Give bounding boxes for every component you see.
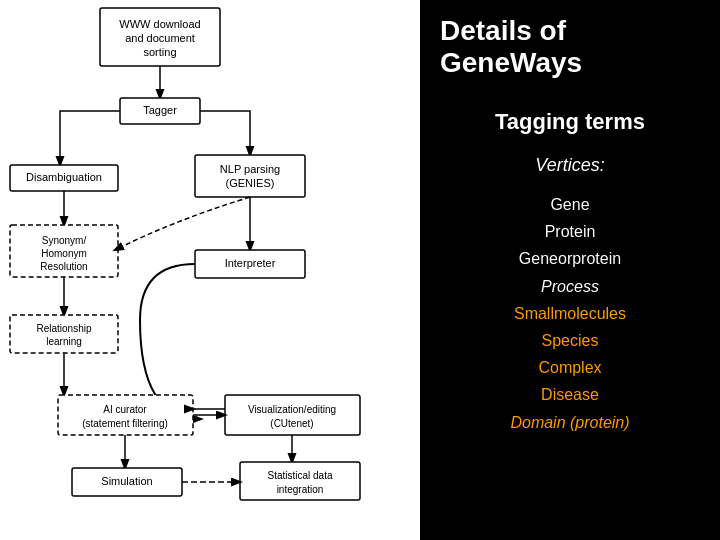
svg-text:Relationship: Relationship (36, 323, 91, 334)
vertices-list: Gene Protein Geneorprotein Process Small… (440, 191, 700, 436)
vertex-complex: Complex (440, 354, 700, 381)
svg-text:Resolution: Resolution (40, 261, 87, 272)
info-panel: Details of GeneWays Tagging terms Vertic… (420, 0, 720, 540)
vertex-process: Process (440, 273, 700, 300)
svg-text:learning: learning (46, 336, 82, 347)
svg-rect-24 (58, 395, 193, 435)
vertices-label: Vertices: (440, 155, 700, 176)
vertex-gene: Gene (440, 191, 700, 218)
svg-text:Synonym/: Synonym/ (42, 235, 87, 246)
vertex-domain: Domain (protein) (440, 409, 700, 436)
vertex-disease: Disease (440, 381, 700, 408)
svg-text:Tagger: Tagger (143, 104, 177, 116)
svg-rect-21 (10, 315, 118, 353)
svg-rect-27 (225, 395, 360, 435)
svg-text:(CUtenet): (CUtenet) (270, 418, 313, 429)
vertex-geneorprotein: Geneorprotein (440, 245, 700, 272)
svg-text:Disambiguation: Disambiguation (26, 171, 102, 183)
svg-text:(statement filtering): (statement filtering) (82, 418, 168, 429)
svg-text:(GENIES): (GENIES) (226, 177, 275, 189)
svg-text:Statistical data: Statistical data (267, 470, 332, 481)
svg-text:Simulation: Simulation (101, 475, 152, 487)
svg-text:Visualization/editing: Visualization/editing (248, 404, 336, 415)
tagging-terms-heading: Tagging terms (440, 109, 700, 135)
svg-text:Homonym: Homonym (41, 248, 87, 259)
svg-text:WWW download: WWW download (119, 18, 200, 30)
vertex-smallmolecules: Smallmolecules (440, 300, 700, 327)
vertex-species: Species (440, 327, 700, 354)
svg-text:integration: integration (277, 484, 324, 495)
svg-text:sorting: sorting (143, 46, 176, 58)
vertex-protein: Protein (440, 218, 700, 245)
svg-text:Interpreter: Interpreter (225, 257, 276, 269)
svg-text:NLP parsing: NLP parsing (220, 163, 280, 175)
svg-text:and document: and document (125, 32, 195, 44)
diagram-panel: WWW download and document sorting Tagger… (0, 0, 420, 540)
panel-title: Details of GeneWays (440, 15, 700, 79)
svg-text:AI curator: AI curator (103, 404, 147, 415)
